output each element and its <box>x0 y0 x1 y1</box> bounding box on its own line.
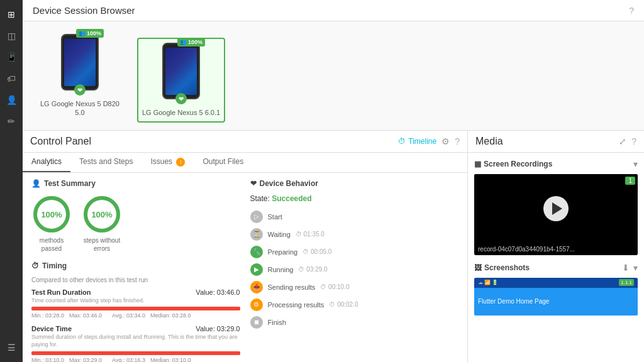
gauge-methods-passed-circle: 100% <box>31 194 72 234</box>
timing-bar-1 <box>31 307 240 310</box>
gauge-steps-errors: 100% steps withouterrors <box>82 194 122 253</box>
timing-subtitle: Compared to other devices in this test r… <box>31 277 240 283</box>
timing-item-2-desc: Summed duration of steps during Install … <box>31 334 240 348</box>
screenshot-thumbnail[interactable]: ☁ 📶 🔋 1.1.1 Flutter Demo Home Page <box>474 278 638 315</box>
timing-item-1: Test Run Duration Value: 03:46.0 Time co… <box>31 288 240 319</box>
timing-stats-1: Min.: 03:28.0 Max: 03:46.0 Avg.: 03:34.0… <box>31 312 240 319</box>
phone-icon[interactable]: 📱 <box>2 48 21 67</box>
screenshots-header: 🖼 Screenshots ⬇ ▾ <box>474 263 638 273</box>
screenshots-dropdown[interactable]: ▾ <box>633 263 638 273</box>
control-panel-actions: ⏱ Timeline ⚙ ? <box>398 136 460 146</box>
behavior-running-icon: ▶ <box>250 263 263 276</box>
device-screen-1 <box>64 39 96 86</box>
timing-stats-2: Min.: 03:10.0 Max: 03:29.0 Avg.: 03:16.3… <box>31 357 240 362</box>
screenshot-title-bar: Flutter Demo Home Page <box>474 288 638 315</box>
tab-output-files[interactable]: Output Files <box>194 153 252 172</box>
behavior-preparing-time: ⏱ 00:05.0 <box>303 248 331 255</box>
behavior-sending-time: ⏱ 00:10.0 <box>320 283 349 290</box>
device-state: State: Succeeded <box>250 194 459 203</box>
behavior-waiting-time: ⏱ 01:35.0 <box>296 231 325 238</box>
device-health-1: ❤ <box>74 84 86 96</box>
screenshots-title: 🖼 Screenshots <box>474 263 530 272</box>
video-container[interactable]: 1 record-04c07d0a344091b4-1557... <box>474 174 638 255</box>
media-title: Media <box>475 136 503 147</box>
download-icon[interactable]: ⬇ <box>622 263 630 273</box>
help-icon[interactable]: ? <box>629 6 634 16</box>
media-header: Media ⤢ ? <box>468 131 644 153</box>
behavior-start: ▷ Start <box>250 208 459 226</box>
settings-icon[interactable]: ⚙ <box>441 136 450 146</box>
screen-recordings-dropdown[interactable]: ▾ <box>633 159 638 169</box>
test-summary-title: 👤 Test Summary <box>31 179 240 188</box>
play-button[interactable] <box>543 196 569 221</box>
screen-recordings-title: ▦ Screen Recordings <box>474 160 552 168</box>
gauge-methods-label: methodspassed <box>40 236 64 253</box>
lower-panel: Control Panel ⏱ Timeline ⚙ ? Analytics T… <box>23 131 644 362</box>
timeline-button[interactable]: ⏱ Timeline <box>398 137 436 146</box>
issues-badge: ! <box>176 158 185 167</box>
pencil-icon[interactable]: ✏ <box>2 112 21 131</box>
video-filename: record-04c07d0a344091b4-1557... <box>474 243 638 255</box>
expand-icon[interactable]: ⤢ <box>619 136 626 146</box>
behavior-processing: ⚙ Processing results ⏱ 00:02.0 <box>250 296 459 314</box>
screenshot-status-bar: ☁ 📶 🔋 1.1.1 <box>474 278 638 288</box>
gauge-steps-label: steps withouterrors <box>84 236 120 253</box>
layers-icon[interactable]: ◫ <box>2 26 21 45</box>
screenshots-actions: ⬇ ▾ <box>622 263 638 273</box>
behavior-processing-label: Processing results <box>268 301 325 309</box>
behavior-sending-label: Sending results <box>268 283 316 291</box>
media-content: ▦ Screen Recordings ▾ 1 record-04c07d0a3… <box>468 153 644 362</box>
device-phone-2 <box>162 43 200 99</box>
grid-icon[interactable]: ⊞ <box>2 5 21 24</box>
version-badge: 1.1.1 <box>619 279 634 286</box>
timing-item-1-value: Value: 03:46.0 <box>196 288 240 296</box>
timing-bar-fill-2 <box>31 351 240 355</box>
sidebar: ⊞ ◫ 📱 🏷 👤 ✏ ☰ <box>0 0 23 362</box>
panel-content: 👤 Test Summary 100% <box>23 173 467 362</box>
control-panel-header: Control Panel ⏱ Timeline ⚙ ? <box>23 131 467 153</box>
behavior-list: ▷ Start ⏳ Waiting ⏱ 01:35.0 🔧 Preparing … <box>250 208 459 331</box>
timing-bar-2 <box>31 351 240 355</box>
device-battery-badge-2: 👥100% <box>177 38 205 47</box>
video-icon: ▦ <box>474 160 481 168</box>
behavior-finish-icon: ⏹ <box>250 316 263 329</box>
tab-issues[interactable]: Issues ! <box>142 153 194 172</box>
behavior-processing-icon: ⚙ <box>250 299 263 311</box>
wifi-icon: ☁ <box>478 280 483 285</box>
image-icon: 🖼 <box>474 263 482 272</box>
help-panel-icon[interactable]: ? <box>455 136 460 146</box>
tab-analytics[interactable]: Analytics <box>23 153 70 172</box>
user-icon[interactable]: 👤 <box>2 90 21 109</box>
behavior-start-label: Start <box>268 213 282 221</box>
screenshot-phone-bar: ☁ 📶 🔋 1.1.1 Flutter Demo Home Page <box>474 278 638 315</box>
gauge-methods-value: 100% <box>41 209 62 219</box>
device-battery-badge-1: 👥100% <box>76 29 104 38</box>
timing-item-1-name: Test Run Duration <box>31 288 91 296</box>
behavior-preparing: 🔧 Preparing ⏱ 00:05.0 <box>250 243 459 261</box>
tabs-row: Analytics Tests and Steps Issues ! Outpu… <box>23 153 467 173</box>
right-section: ❤ Device Behavior State: Succeeded ▷ Sta… <box>250 179 459 356</box>
behavior-start-icon: ▷ <box>250 211 263 223</box>
left-section: 👤 Test Summary 100% <box>31 179 240 356</box>
menu-icon[interactable]: ☰ <box>2 338 21 357</box>
timing-bar-fill-1 <box>31 307 240 310</box>
user-summary-icon: 👤 <box>31 179 41 188</box>
media-help-icon[interactable]: ? <box>631 136 636 146</box>
behavior-waiting-icon: ⏳ <box>250 228 263 241</box>
screen-recordings-header: ▦ Screen Recordings ▾ <box>474 159 638 169</box>
page-title: Device Session Browser <box>33 5 135 16</box>
main-content: Device Session Browser ? 👥100% ❤ LG Goog… <box>23 0 644 362</box>
gauge-steps-value: 100% <box>91 209 112 219</box>
device-card-2[interactable]: 👥100% ❤ LG Google Nexus 5 6.0.1 <box>137 38 225 122</box>
device-state-value: Succeeded <box>272 194 311 203</box>
gauge-steps-errors-circle: 100% <box>82 194 122 234</box>
timing-item-2-header: Device Time Value: 03:29.0 <box>31 325 240 332</box>
play-triangle-icon <box>552 202 562 215</box>
tab-tests-and-steps[interactable]: Tests and Steps <box>70 153 142 172</box>
tag-icon[interactable]: 🏷 <box>2 69 21 88</box>
device-card-1[interactable]: 👥100% ❤ LG Google Nexus 5 D820 5.0 <box>35 29 125 123</box>
behavior-preparing-icon: 🔧 <box>250 246 263 258</box>
behavior-running-time: ⏱ 03:29.0 <box>298 266 327 273</box>
signal-icon: 📶 <box>484 280 491 285</box>
device-phone-1 <box>61 34 99 90</box>
